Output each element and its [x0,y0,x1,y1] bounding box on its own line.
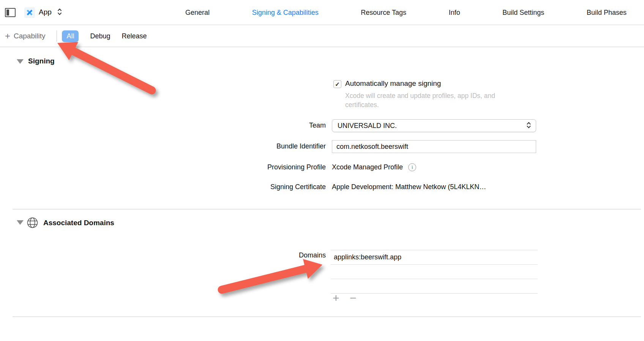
signing-certificate-value: Apple Development: Matthew Netkow (5L4KL… [332,183,486,191]
target-selector-chevrons-icon[interactable] [57,8,62,17]
domains-label: Domains [299,251,326,259]
team-dropdown[interactable]: UNIVERSALD INC. [332,119,536,132]
tab-info[interactable]: Info [449,9,460,17]
bundle-identifier-label: Bundle Identifier [276,142,326,150]
remove-domain-button[interactable]: − [350,292,357,304]
section-divider [13,209,641,210]
domain-row[interactable] [331,279,538,294]
info-icon[interactable]: i [408,163,416,171]
auto-manage-signing-description: Xcode will create and update profiles, a… [345,91,504,109]
tab-resource-tags[interactable]: Resource Tags [361,9,406,17]
filter-debug[interactable]: Debug [90,32,110,40]
auto-manage-signing-label[interactable]: Automatically manage signing [345,79,441,88]
bundle-identifier-input[interactable] [332,140,536,153]
domain-row[interactable]: applinks:beerswift.app [331,250,538,265]
section-divider [13,316,641,317]
toolbar: App General Signing & Capabilities Resou… [0,0,644,25]
add-capability-label: Capability [14,32,45,40]
associated-domains-section-title: Associated Domains [43,219,114,227]
sidebar-toggle-icon[interactable] [5,8,16,17]
plus-icon: + [5,32,10,41]
dropdown-chevrons-icon [526,121,531,131]
filter-all[interactable]: All [62,30,79,42]
domain-row[interactable] [331,265,538,279]
associated-domains-disclosure-triangle-icon[interactable] [17,220,24,225]
signing-certificate-label: Signing Certificate [270,183,326,191]
capability-filter-bar: + Capability All Debug Release [0,25,644,47]
project-editor-tabs: General Signing & Capabilities Resource … [167,0,644,25]
signing-disclosure-triangle-icon[interactable] [17,59,24,64]
target-selector-label[interactable]: App [39,8,52,16]
tab-general[interactable]: General [185,9,210,17]
team-dropdown-value: UNIVERSALD INC. [338,122,526,130]
globe-icon [27,217,38,230]
filter-release[interactable]: Release [122,32,147,40]
checkmark-icon: ✓ [335,81,340,88]
tab-build-phases[interactable]: Build Phases [587,9,627,17]
auto-manage-signing-checkbox[interactable]: ✓ [333,80,341,88]
add-domain-button[interactable]: + [333,292,339,304]
team-label: Team [309,122,326,129]
signing-section-title: Signing [28,57,55,65]
provisioning-profile-label: Provisioning Profile [267,163,326,171]
app-icon[interactable] [24,7,35,18]
add-capability-button[interactable]: + Capability [5,32,45,41]
tab-signing-capabilities[interactable]: Signing & Capabilities [252,9,319,17]
vertical-divider [57,30,57,42]
tab-build-settings[interactable]: Build Settings [502,9,544,17]
provisioning-profile-value: Xcode Managed Profile [332,163,403,171]
domains-table: applinks:beerswift.app [331,250,538,294]
